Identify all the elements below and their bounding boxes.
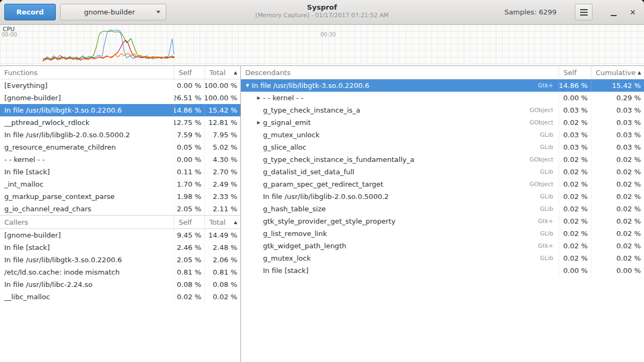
table-row[interactable]: In file /usr/lib/libgtk-3.so.0.2200.614.… (0, 104, 240, 116)
table-row[interactable]: g_param_spec_get_redirect_targetGObject0… (241, 178, 644, 190)
minimize-icon (611, 9, 617, 16)
table-row[interactable]: __pthread_rwlock_rdlock12.75 %12.81 % (0, 116, 240, 129)
table-row[interactable]: In file /usr/lib/libglib-2.0.so.0.5000.2… (0, 129, 240, 141)
total-percent: 14.49 % (205, 229, 240, 241)
function-name: g_mutex_lock (263, 254, 311, 262)
cumulative-percent: 0.02 % (591, 203, 644, 215)
function-name: [Everything] (4, 82, 48, 90)
cumulative-percent: 0.02 % (591, 252, 644, 264)
process-selector-dropdown[interactable]: gnome-builder (60, 4, 166, 20)
function-name-cell: __pthread_rwlock_rdlock (0, 116, 174, 129)
self-percent: 2.05 % (174, 203, 205, 215)
table-row[interactable]: ▶- - kernel - -0.00 %0.29 % (241, 92, 644, 104)
cumulative-percent: 0.02 % (591, 215, 644, 227)
table-row[interactable]: ▶g_signal_emitGObject0.02 %0.03 % (241, 116, 644, 129)
expander-open-icon[interactable]: ▼ (243, 83, 252, 88)
sort-indicator-icon: ▲ (232, 220, 237, 225)
record-button[interactable]: Record (4, 4, 56, 20)
cpu-trace-blue (43, 30, 174, 60)
function-name-cell: In file /usr/lib/libglib-2.0.so.0.5000.2 (0, 129, 174, 141)
table-row[interactable]: g_mutex_unlockGLib0.03 %0.03 % (241, 129, 644, 141)
function-name: gtk_widget_path_length (263, 242, 346, 250)
table-row[interactable]: __libc_malloc0.02 %0.02 % (0, 291, 240, 303)
function-name-cell: g_datalist_id_set_data_fullGLib (241, 166, 559, 178)
table-row[interactable]: In file /usr/lib/libgtk-3.so.0.2200.62.0… (0, 254, 240, 266)
column-header-total-label: Total (209, 69, 225, 77)
library-category-label: GLib (536, 230, 559, 237)
descendants-table-body: ▼In file /usr/lib/libgtk-3.so.0.2200.6Gt… (241, 79, 644, 277)
column-header-functions[interactable]: Functions (0, 66, 174, 79)
minimize-button[interactable] (606, 5, 620, 19)
table-row[interactable]: gtk_style_provider_get_style_propertyGtk… (241, 215, 644, 227)
table-row[interactable]: g_slice_allocGLib0.03 %0.03 % (241, 141, 644, 153)
table-row[interactable]: /etc/ld.so.cache: inode mismatch0.81 %0.… (0, 266, 240, 278)
function-name-cell: g_param_spec_get_redirect_targetGObject (241, 178, 559, 190)
table-row[interactable]: In file [stack]0.11 %2.70 % (0, 166, 240, 178)
self-percent: 0.02 % (559, 116, 591, 129)
table-row[interactable]: g_resource_enumerate_children0.05 %5.02 … (0, 141, 240, 153)
self-percent: 0.03 % (559, 141, 591, 153)
self-percent: 14.86 % (174, 104, 205, 116)
column-header-self[interactable]: Self (559, 66, 591, 79)
table-row[interactable]: g_datalist_id_set_data_fullGLib0.02 %0.0… (241, 166, 644, 178)
expander-closed-icon[interactable]: ▶ (254, 120, 263, 125)
table-row[interactable]: g_type_check_instance_is_aGObject0.03 %0… (241, 104, 644, 116)
table-row[interactable]: g_mutex_lockGLib0.02 %0.02 % (241, 252, 644, 264)
self-percent: 2.46 % (174, 241, 205, 254)
hamburger-icon (580, 12, 588, 13)
self-percent: 0.02 % (559, 190, 591, 203)
column-header-total[interactable]: Total ▲ (205, 66, 240, 79)
total-percent: 100.00 % (205, 79, 240, 92)
functions-table-header: Functions Self Total ▲ (0, 66, 240, 79)
close-button[interactable]: × (626, 5, 640, 19)
right-pane: Descendants Self Cumulative ▲ ▼In file /… (241, 66, 644, 362)
table-row[interactable]: g_type_check_instance_is_fundamentally_a… (241, 153, 644, 166)
header-bar: Record gnome-builder Sysprof [Memory Cap… (0, 0, 644, 25)
column-header-self[interactable]: Self (174, 66, 205, 79)
close-icon: × (630, 8, 636, 17)
process-selector-value: gnome-builder (66, 8, 153, 16)
function-name: __pthread_rwlock_rdlock (4, 119, 90, 127)
table-row[interactable]: - - kernel - -0.00 %4.30 % (0, 153, 240, 166)
total-percent: 2.06 % (205, 254, 240, 266)
table-row[interactable]: ▼In file /usr/lib/libgtk-3.so.0.2200.6Gt… (241, 79, 644, 92)
table-row[interactable]: _int_malloc1.70 %2.49 % (0, 178, 240, 190)
column-header-total[interactable]: Total ▲ (205, 216, 240, 228)
function-name: In file /usr/lib/libgtk-3.so.0.2200.6 (4, 256, 122, 264)
column-header-cumulative[interactable]: Cumulative ▲ (591, 66, 644, 79)
function-name-cell: g_list_remove_linkGLib (241, 227, 559, 240)
function-name-cell: g_hash_table_sizeGLib (241, 203, 559, 215)
table-row[interactable]: In file [stack]0.00 %0.00 % (241, 264, 644, 277)
column-header-callers[interactable]: Callers (0, 216, 174, 228)
table-row[interactable]: [gnome-builder]9.45 %14.49 % (0, 229, 240, 241)
table-row[interactable]: In file /usr/lib/libglib-2.0.so.0.5000.2… (241, 190, 644, 203)
column-header-self[interactable]: Self (174, 216, 205, 228)
cumulative-percent: 0.03 % (591, 104, 644, 116)
function-name: In file /usr/lib/libglib-2.0.so.0.5000.2 (4, 131, 130, 139)
function-name-cell: ▶g_signal_emitGObject (241, 116, 559, 129)
table-row[interactable]: [Everything]0.00 %100.00 % (0, 79, 240, 92)
self-percent: 0.02 % (559, 166, 591, 178)
expander-closed-icon[interactable]: ▶ (254, 95, 263, 100)
function-name: In file [stack] (263, 267, 309, 275)
library-category-label: Gtk+ (534, 242, 559, 249)
total-percent: 2.48 % (205, 241, 240, 254)
cpu-graph[interactable]: CPU 00:00 00:30 (0, 25, 644, 66)
table-row[interactable]: gtk_widget_path_lengthGtk+0.02 %0.02 % (241, 240, 644, 252)
window-subtitle: [Memory Capture] - 01/17/2017 07:21:52 A… (255, 12, 389, 19)
table-row[interactable]: [gnome-builder]26.51 %100.00 % (0, 92, 240, 104)
self-percent: 0.02 % (174, 291, 205, 303)
table-row[interactable]: In file [stack]2.46 %2.48 % (0, 241, 240, 254)
function-name-cell: [gnome-builder] (0, 229, 174, 241)
table-row[interactable]: g_markup_parse_context_parse1.98 %2.33 % (0, 190, 240, 203)
column-header-descendants[interactable]: Descendants (241, 66, 559, 79)
library-category-label: GLib (536, 205, 559, 212)
menu-button[interactable] (575, 4, 592, 20)
table-row[interactable]: g_hash_table_sizeGLib0.02 %0.02 % (241, 203, 644, 215)
library-category-label: Gtk+ (534, 82, 559, 89)
table-row[interactable]: g_io_channel_read_chars2.05 %2.11 % (0, 203, 240, 215)
table-row[interactable]: g_list_remove_linkGLib0.02 %0.02 % (241, 227, 644, 240)
column-header-total-label: Total (209, 218, 225, 226)
table-row[interactable]: In file /usr/lib/libc-2.24.so0.08 %0.08 … (0, 278, 240, 291)
cumulative-percent: 15.42 % (591, 79, 644, 92)
